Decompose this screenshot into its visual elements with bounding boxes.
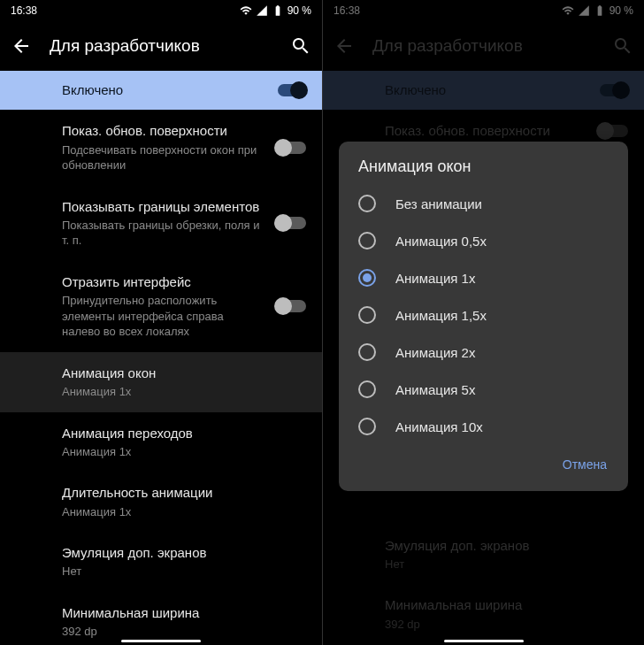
option-label: Анимация 2x xyxy=(395,345,475,360)
search-button[interactable] xyxy=(290,35,311,57)
option-1x[interactable]: Анимация 1x xyxy=(339,259,628,296)
switch-icon[interactable] xyxy=(278,84,306,96)
screen-settings: 16:38 90 % Для разработчиков Включено По… xyxy=(0,0,322,645)
radio-icon xyxy=(358,269,376,287)
row-sublabel: 392 dp xyxy=(62,624,260,640)
option-label: Без анимации xyxy=(395,196,482,211)
navigation-bar[interactable] xyxy=(323,640,644,642)
radio-icon xyxy=(358,418,376,435)
screen-settings-dialog: 16:38 90 % Для разработчиков Включено По… xyxy=(322,0,644,645)
row-sublabel: Анимация 1x xyxy=(62,384,260,400)
radio-icon xyxy=(358,306,376,324)
option-5x[interactable]: Анимация 5x xyxy=(339,371,628,408)
status-time: 16:38 xyxy=(11,4,37,17)
option-label: Анимация 0,5x xyxy=(395,234,487,249)
radio-icon xyxy=(358,195,376,212)
back-button[interactable] xyxy=(11,35,32,57)
option-1-5x[interactable]: Анимация 1,5x xyxy=(339,296,628,334)
row-label: Длительность анимации xyxy=(62,484,260,502)
option-label: Анимация 1,5x xyxy=(395,308,487,323)
row-enabled[interactable]: Включено xyxy=(0,71,322,110)
signal-icon xyxy=(256,4,268,17)
row-sublabel: Анимация 1x xyxy=(62,444,260,460)
dialog-window-animation: Анимация окон Без анимации Анимация 0,5x… xyxy=(339,142,628,491)
battery-icon xyxy=(272,4,284,17)
row-label: Включено xyxy=(62,81,260,99)
row-force-rtl[interactable]: Отразить интерфейс Принудительно располо… xyxy=(0,261,322,352)
page-title: Для разработчиков xyxy=(50,36,272,56)
dialog-actions: Отмена xyxy=(339,445,628,488)
option-label: Анимация 1x xyxy=(395,271,475,286)
row-label: Отразить интерфейс xyxy=(62,273,260,291)
dialog-title: Анимация окон xyxy=(339,157,628,185)
row-animator-duration[interactable]: Длительность анимации Анимация 1x xyxy=(0,472,322,532)
row-surface-updates[interactable]: Показ. обнов. поверхности Подсвечивать п… xyxy=(0,110,322,185)
nav-handle-icon xyxy=(121,640,201,642)
row-sublabel: Нет xyxy=(62,564,260,580)
option-10x[interactable]: Анимация 10x xyxy=(339,408,628,445)
app-bar: Для разработчиков xyxy=(0,21,322,71)
row-secondary-displays[interactable]: Эмуляция доп. экранов Нет xyxy=(0,532,322,592)
row-label: Минимальная ширина xyxy=(62,604,260,622)
row-label: Показ. обнов. поверхности xyxy=(62,122,260,140)
option-2x[interactable]: Анимация 2x xyxy=(339,334,628,371)
row-window-animation[interactable]: Анимация окон Анимация 1x xyxy=(0,352,322,412)
radio-icon xyxy=(358,343,376,361)
switch-icon[interactable] xyxy=(276,142,306,154)
status-icons: 90 % xyxy=(240,4,311,17)
nav-handle-icon xyxy=(444,640,524,642)
row-label: Анимация окон xyxy=(62,365,260,382)
wifi-icon xyxy=(240,4,252,17)
row-layout-bounds[interactable]: Показывать границы элементов Показывать … xyxy=(0,186,322,261)
cancel-button[interactable]: Отмена xyxy=(554,450,616,479)
row-transition-animation[interactable]: Анимация переходов Анимация 1x xyxy=(0,412,322,472)
option-label: Анимация 5x xyxy=(395,382,475,397)
option-0-5x[interactable]: Анимация 0,5x xyxy=(339,222,628,259)
arrow-back-icon xyxy=(11,35,32,57)
row-sublabel: Подсвечивать поверхности окон при обновл… xyxy=(62,142,260,173)
row-label: Анимация переходов xyxy=(62,425,260,442)
radio-icon xyxy=(358,380,376,398)
switch-icon[interactable] xyxy=(276,300,306,312)
row-sublabel: Принудительно расположить элементы интер… xyxy=(62,293,260,340)
search-icon xyxy=(290,35,311,57)
status-bar: 16:38 90 % xyxy=(0,0,322,21)
option-no-animation[interactable]: Без анимации xyxy=(339,185,628,222)
option-label: Анимация 10x xyxy=(395,419,483,434)
radio-icon xyxy=(358,232,376,250)
row-sublabel: Анимация 1x xyxy=(62,504,260,520)
navigation-bar[interactable] xyxy=(0,640,322,642)
switch-icon[interactable] xyxy=(276,217,306,229)
row-min-width[interactable]: Минимальная ширина 392 dp xyxy=(0,592,322,645)
row-label: Эмуляция доп. экранов xyxy=(62,544,260,562)
row-sublabel: Показывать границы обрезки, поля и т. п. xyxy=(62,218,260,249)
battery-percent: 90 % xyxy=(288,4,311,17)
row-label: Показывать границы элементов xyxy=(62,198,260,216)
